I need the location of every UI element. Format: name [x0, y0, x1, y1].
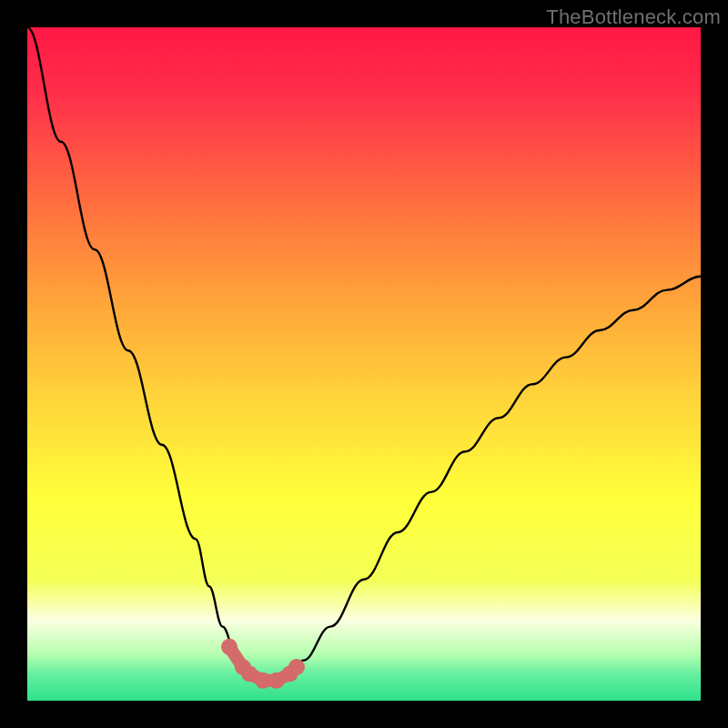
- marker-group: [221, 639, 305, 689]
- curve-marker: [288, 659, 305, 675]
- chart-frame: [27, 27, 701, 701]
- chart-curves: [27, 27, 701, 701]
- watermark-label: TheBottleneck.com: [546, 5, 721, 29]
- bottleneck-curve: [27, 27, 701, 681]
- curve-marker: [221, 639, 238, 655]
